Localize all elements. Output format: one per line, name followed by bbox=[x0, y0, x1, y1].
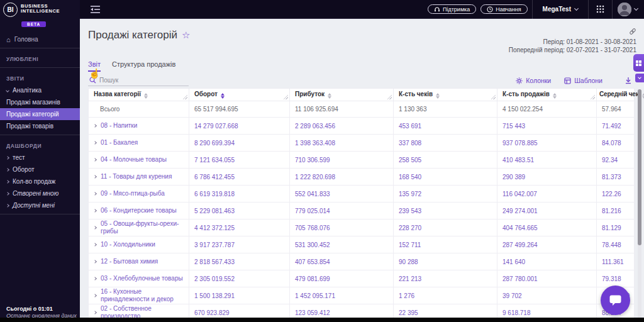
table-row[interactable]: 16 - Кухонные принадлежности и декор1 50… bbox=[89, 287, 635, 304]
cell-value: 258 505 bbox=[394, 152, 497, 169]
sidebar-item-test[interactable]: тест bbox=[0, 152, 80, 164]
sort-icon[interactable] bbox=[144, 93, 148, 99]
header-receipts-count[interactable]: К-сть чеків bbox=[394, 89, 497, 101]
header-category-name[interactable]: Назва категорії bbox=[89, 89, 189, 101]
chevron-right-icon bbox=[6, 204, 9, 208]
table-row[interactable]: 09 - Мясо-птица-рыба6 619 319.818552 041… bbox=[89, 186, 635, 203]
cell-value: 2 305 019.552 bbox=[189, 270, 290, 287]
sidebar-item-available-to-me[interactable]: Доступні мені bbox=[0, 199, 80, 211]
table-row[interactable]: 10 - Холодильники3 917 237.787531 300.45… bbox=[89, 236, 635, 253]
expand-row-icon[interactable] bbox=[93, 311, 97, 314]
sort-icon[interactable] bbox=[436, 93, 440, 99]
expand-row-icon[interactable] bbox=[93, 141, 97, 145]
sidebar: BI BUSINESS INTELLIGENCE BETA ⌂ Головна … bbox=[0, 0, 80, 322]
templates-button[interactable]: Шаблони bbox=[564, 77, 602, 84]
column-resize-handle[interactable] bbox=[284, 95, 288, 99]
table-row[interactable]: 03 - Хлебобулочные товары2 305 019.55247… bbox=[89, 270, 635, 287]
sidebar-item-turnover[interactable]: Оборот bbox=[0, 164, 80, 175]
cell-value: 116 042.007 bbox=[497, 186, 597, 203]
table-header-row: Назва категорії Оборот Прибуток К-сть че… bbox=[89, 89, 635, 101]
header-sales-count[interactable]: К-сть продажів bbox=[497, 89, 597, 101]
sort-icon[interactable] bbox=[642, 93, 644, 99]
copy-link-button[interactable] bbox=[509, 28, 636, 35]
cell-value: 78.448 bbox=[597, 236, 635, 253]
cell-value: 135 972 bbox=[394, 186, 497, 203]
sort-icon-active[interactable] bbox=[221, 93, 225, 99]
cell-value: 479 081.699 bbox=[290, 270, 394, 287]
category-name: 09 - Мясо-птица-рыба bbox=[101, 190, 165, 197]
reports-section-header: ЗВІТИ bbox=[0, 70, 80, 84]
expand-row-icon[interactable] bbox=[93, 243, 97, 247]
expand-row-icon[interactable] bbox=[93, 226, 97, 230]
tab-sales-structure[interactable]: Структура продажів bbox=[112, 60, 175, 72]
divider bbox=[0, 48, 80, 48]
favorite-star-icon[interactable]: ☆ bbox=[182, 30, 190, 41]
table-row[interactable]: 01 - Бакалея8 290 699.3941 398 363.40833… bbox=[89, 135, 635, 152]
column-resize-handle[interactable] bbox=[387, 95, 392, 99]
apps-grid-button[interactable] bbox=[589, 5, 612, 13]
columns-button-label: Колонки bbox=[526, 77, 551, 84]
category-name: 04 - Молочные товары bbox=[101, 156, 167, 164]
user-menu[interactable] bbox=[613, 3, 644, 16]
sidebar-item-home[interactable]: ⌂ Головна bbox=[0, 33, 80, 45]
expand-row-icon[interactable] bbox=[93, 260, 97, 264]
columns-button[interactable]: Колонки bbox=[516, 77, 551, 84]
expand-row-icon[interactable] bbox=[93, 192, 97, 196]
sort-icon[interactable] bbox=[553, 93, 557, 99]
expand-row-icon[interactable] bbox=[93, 175, 97, 179]
sidebar-item-label: Продажі магазинів bbox=[6, 99, 60, 106]
sidebar-item-label: Головна bbox=[14, 36, 38, 43]
download-button[interactable] bbox=[625, 77, 632, 84]
cell-value: 84.078 bbox=[597, 135, 635, 152]
header-profit[interactable]: Прибуток bbox=[290, 89, 394, 101]
header-average-receipt[interactable]: Середній чек bbox=[597, 89, 635, 101]
cell-value: 715 443 bbox=[497, 118, 597, 135]
column-resize-handle[interactable] bbox=[183, 95, 187, 99]
table-row[interactable]: 06 - Кондитерские товары5 229 081.463779… bbox=[89, 203, 635, 219]
sidebar-item-product-sales[interactable]: Продажі товарів bbox=[0, 120, 80, 132]
expand-row-icon[interactable] bbox=[93, 294, 97, 297]
expand-row-icon[interactable] bbox=[93, 277, 97, 280]
table-row[interactable]: 08 - Напитки14 279 027.6682 289 063.4564… bbox=[89, 118, 635, 135]
column-resize-handle[interactable] bbox=[591, 95, 595, 99]
scrollbar-thumb[interactable] bbox=[638, 89, 641, 245]
sidebar-item-category-sales[interactable]: Продажі категорій bbox=[0, 108, 80, 120]
cell-value: 8 290 699.394 bbox=[189, 135, 290, 152]
table-row[interactable]: 04 - Молочные товары7 121 634.055710 306… bbox=[89, 152, 635, 169]
table-row[interactable]: 12 - Бытовая химия2 818 567.433407 653.8… bbox=[89, 253, 635, 270]
expand-row-icon[interactable] bbox=[93, 209, 97, 213]
period-label: Період: 01-08-2021 - 30-08-2021 bbox=[509, 38, 636, 46]
app-logo[interactable]: BI BUSINESS INTELLIGENCE bbox=[0, 0, 80, 17]
sidebar-item-store-sales[interactable]: Продажі магазинів bbox=[0, 96, 80, 108]
headset-icon bbox=[434, 6, 440, 13]
table-row[interactable]: 05 - Овощи-фрукты-орехи-грибы4 412 372.1… bbox=[89, 219, 635, 236]
sort-icon[interactable] bbox=[328, 93, 331, 99]
link-icon bbox=[629, 28, 636, 35]
training-button[interactable]: Навчання bbox=[480, 4, 527, 14]
tab-report[interactable]: Звіт bbox=[88, 60, 101, 72]
cell-value: 1 276 bbox=[394, 287, 497, 304]
filter-panel-button[interactable] bbox=[633, 54, 644, 72]
search-input[interactable] bbox=[99, 77, 181, 84]
search-box[interactable] bbox=[88, 75, 189, 86]
cell-value: 111.361 bbox=[597, 253, 635, 270]
expand-row-icon[interactable] bbox=[93, 158, 97, 162]
sidebar-item-sales-count[interactable]: Кол-во продаж bbox=[0, 175, 80, 187]
menu-toggle-button[interactable] bbox=[90, 5, 101, 14]
header-turnover[interactable]: Оборот bbox=[189, 89, 290, 101]
workspace-name: MegaTest bbox=[543, 6, 571, 13]
chat-button[interactable] bbox=[601, 286, 630, 315]
cell-value: 5 229 081.463 bbox=[189, 203, 290, 219]
cell-value: 14 279 027.668 bbox=[189, 118, 290, 135]
cell-value: 1 500 138.291 bbox=[189, 287, 290, 304]
expand-row-icon[interactable] bbox=[93, 124, 97, 128]
table-row[interactable]: 11 - Товары для курения6 786 412.4551 22… bbox=[89, 169, 635, 186]
workspace-selector[interactable]: MegaTest bbox=[533, 6, 588, 13]
sidebar-item-label: Оборот bbox=[13, 166, 35, 173]
column-resize-handle[interactable] bbox=[491, 95, 496, 99]
support-button[interactable]: Підтримка bbox=[428, 4, 476, 14]
category-sales-table: Назва категорії Оборот Прибуток К-сть че… bbox=[88, 88, 635, 321]
panel-collapse-button[interactable] bbox=[635, 74, 644, 82]
sidebar-group-analytics[interactable]: Аналітика bbox=[0, 84, 80, 96]
sidebar-item-created-by-me[interactable]: Створені мною bbox=[0, 187, 80, 199]
